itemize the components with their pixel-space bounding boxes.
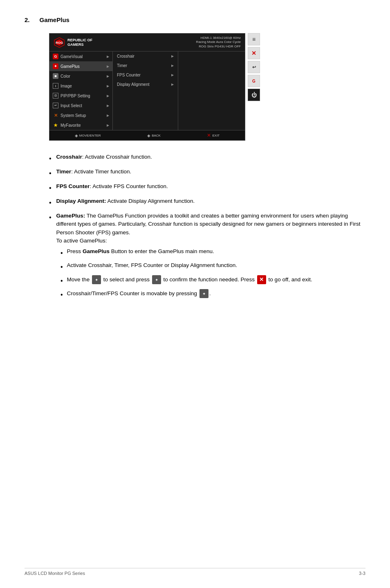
- sidebar-input-icon: ↩: [248, 61, 260, 73]
- sub-dot-1: •: [61, 248, 63, 258]
- crosshair-description: Crosshair: Activate Crosshair function.: [56, 153, 365, 161]
- sub-bullet-4: • Crosshair/Timer/FPS Counter is movable…: [61, 289, 312, 300]
- gameplus-icon: ✦: [53, 63, 58, 69]
- sidebar-power-icon: ⏻: [248, 89, 260, 101]
- timer-label: Timer: [117, 63, 127, 68]
- arrow-icon-6: ▶: [107, 104, 109, 108]
- crosshair-term: Crosshair: [56, 154, 82, 160]
- displayalignment-term: Display Alignment:: [56, 198, 106, 204]
- arrow-icon-5: ▶: [107, 94, 109, 98]
- timer-arrow: ▶: [171, 64, 174, 67]
- fpscounter-description: FPS Counter: Activate FPS Counter functi…: [56, 182, 365, 191]
- x-icon: ✕: [257, 275, 266, 284]
- arrow-icon: ▶: [107, 55, 109, 58]
- sub-dot-2: •: [61, 262, 63, 272]
- submenu-timer[interactable]: Timer ▶: [113, 61, 178, 70]
- sidebar-g-icon: G: [248, 75, 260, 87]
- move-enter-icon: ◈: [75, 133, 78, 138]
- exit-label: EXIT: [212, 134, 220, 137]
- osd-sidebar: ≡ ✕ ↩ G ⏻: [248, 33, 260, 141]
- displayalignment-arrow: ▶: [171, 83, 174, 86]
- displayalignment-label: Display Alignment: [117, 82, 149, 87]
- rog-icon: ROG: [54, 37, 65, 48]
- section-title: GamePlus: [40, 16, 69, 23]
- bullet-dot-1: •: [49, 154, 52, 164]
- menu-item-inputselect[interactable]: ↩ Input Select ▶: [49, 101, 112, 110]
- menu-item-image[interactable]: I Image ▶: [49, 81, 112, 91]
- myfavorite-label: MyFavorite: [61, 123, 81, 128]
- arrow-icon-4: ▶: [107, 84, 109, 88]
- bullet-dot-4: •: [49, 198, 52, 208]
- bullet-dot-2: •: [49, 168, 52, 178]
- gameplus-term: GamePlus:: [56, 213, 85, 219]
- gamevisual-icon: G: [53, 54, 58, 59]
- move-icon-2: [152, 275, 161, 284]
- menu-item-systemsetup[interactable]: ✕ System Setup ▶: [49, 110, 112, 120]
- page-footer: ASUS LCD Monitor PG Series 3-3: [25, 568, 365, 576]
- osd-screenshot-area: ROG REPUBLIC OF GAMERS HDMI-1 3840x2160@…: [49, 33, 365, 141]
- osd-body: G GameVisual ▶ ✦ GamePlus ▶ ■ Color: [49, 52, 245, 130]
- back-label: BACK: [152, 134, 161, 137]
- arrow-icon-8: ▶: [107, 123, 109, 127]
- menu-item-gamevisual[interactable]: G GameVisual ▶: [49, 52, 112, 61]
- osd-right-panel: [178, 52, 245, 130]
- move-icon-3: [199, 289, 208, 298]
- bullet-displayalignment: • Display Alignment: Activate Display Al…: [49, 197, 365, 208]
- myfavorite-icon: ★: [53, 122, 58, 128]
- systemsetup-icon: ✕: [53, 112, 58, 118]
- crosshair-arrow: ▶: [171, 54, 174, 58]
- sub-dot-4: •: [61, 290, 63, 300]
- move-icon-1: [92, 275, 101, 284]
- image-label: Image: [61, 84, 72, 88]
- image-icon: I: [53, 83, 58, 89]
- footer-move-enter: ◈ MOVE/ENTER: [75, 133, 101, 138]
- bullet-crosshair: • Crosshair: Activate Crosshair function…: [49, 153, 365, 164]
- osd-submenu: Crosshair ▶ Timer ▶ FPS Counter ▶ Displa…: [113, 52, 178, 130]
- gameplus-label: GamePlus: [61, 64, 80, 69]
- rog-logo: ROG REPUBLIC OF GAMERS: [54, 37, 92, 48]
- gameplus-bold: GamePlus: [83, 248, 110, 254]
- gamevisual-label: GameVisual: [61, 54, 83, 59]
- osd-footer: ◈ MOVE/ENTER ◈ BACK ✕ EXIT: [49, 130, 245, 140]
- bullet-gameplus: • GamePlus: The GamePlus Function provid…: [49, 212, 365, 303]
- color-icon: ■: [53, 73, 58, 79]
- pipbp-icon: ⊡: [53, 93, 58, 99]
- menu-item-pipbp[interactable]: ⊡ PIP/PBP Setting ▶: [49, 91, 112, 101]
- footer-left: ASUS LCD Monitor PG Series: [25, 571, 85, 576]
- svg-text:ROG: ROG: [56, 41, 63, 45]
- menu-item-myfavorite[interactable]: ★ MyFavorite ▶: [49, 120, 112, 130]
- bullet-dot-5: •: [49, 213, 52, 222]
- fpscounter-term: FPS Counter: [56, 183, 90, 189]
- systemsetup-label: System Setup: [61, 113, 86, 118]
- section-number: 2.: [25, 16, 30, 23]
- feature-list: • Crosshair: Activate Crosshair function…: [49, 153, 365, 303]
- gameplus-description: GamePlus: The GamePlus Function provides…: [56, 212, 365, 245]
- move-enter-label: MOVE/ENTER: [79, 134, 101, 137]
- submenu-crosshair[interactable]: Crosshair ▶: [113, 52, 178, 61]
- menu-item-color[interactable]: ■ Color ▶: [49, 71, 112, 81]
- submenu-fpscounter[interactable]: FPS Counter ▶: [113, 70, 178, 80]
- footer-exit: ✕ EXIT: [207, 132, 220, 138]
- back-icon: ◈: [147, 133, 150, 138]
- timer-description: Timer: Activate Timer function.: [56, 168, 365, 176]
- timer-term: Timer: [56, 168, 72, 175]
- arrow-icon-3: ▶: [107, 74, 109, 78]
- arrow-icon-2: ▶: [107, 65, 109, 68]
- bullet-fpscounter: • FPS Counter: Activate FPS Counter func…: [49, 182, 365, 193]
- sidebar-hamburger-icon: ≡: [248, 33, 260, 45]
- hdmi-info: HDMI-1 3840x2160@ 60Hz Racing Mode Aura …: [196, 36, 241, 49]
- osd-menu: ROG REPUBLIC OF GAMERS HDMI-1 3840x2160@…: [49, 33, 245, 141]
- submenu-displayalignment[interactable]: Display Alignment ▶: [113, 80, 178, 89]
- sub-bullet-2: • Activate Crosshair, Timer, FPS Counter…: [61, 261, 312, 272]
- sub-bullet-3: • Move the to select and press to confir…: [61, 275, 312, 286]
- footer-back: ◈ BACK: [147, 133, 161, 138]
- sub-bullet-1-text: Press GamePlus Button to enter the GameP…: [67, 247, 214, 256]
- color-label: Color: [61, 74, 70, 79]
- bullet-dot-3: •: [49, 183, 52, 193]
- osd-left-menu: G GameVisual ▶ ✦ GamePlus ▶ ■ Color: [49, 52, 113, 130]
- arrow-icon-7: ▶: [107, 114, 109, 117]
- sub-bullet-1: • Press GamePlus Button to enter the Gam…: [61, 247, 312, 258]
- exit-icon: ✕: [207, 132, 211, 138]
- inputselect-icon: ↩: [53, 103, 58, 108]
- menu-item-gameplus[interactable]: ✦ GamePlus ▶: [49, 61, 112, 71]
